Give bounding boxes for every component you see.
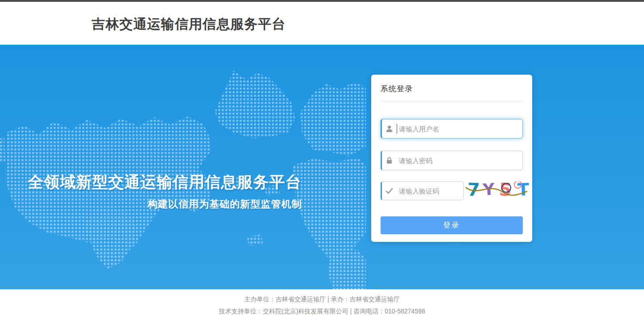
hero-banner: 全领域新型交通运输信用信息服务平台 构建以信用为基础的新型监管机制 系统登录 [0, 45, 644, 289]
site-title: 吉林交通运输信用信息服务平台 [92, 15, 286, 34]
page-footer: 主办单位：吉林省交通运输厅 | 承办：吉林省交通运输厅 技术支持单位：交科院(北… [0, 289, 644, 321]
footer-sponsor-line: 主办单位：吉林省交通运输厅 | 承办：吉林省交通运输厅 [0, 296, 644, 302]
username-input[interactable] [381, 119, 523, 139]
captcha-row: 7 Y 5 T [381, 182, 523, 201]
hero-title: 全领域新型交通运输信用信息服务平台 [28, 172, 301, 193]
login-card-divider [381, 101, 523, 101]
footer-support-line: 技术支持单位：交科院(北京)科技发展有限公司 | 咨询电话：010-582745… [0, 308, 644, 314]
captcha-noise-graphic [465, 182, 527, 202]
login-button[interactable]: 登录 [381, 216, 523, 234]
password-row [381, 151, 523, 170]
page-header: 吉林交通运输信用信息服务平台 [0, 2, 644, 45]
captcha-image[interactable]: 7 Y 5 T [467, 182, 525, 201]
password-input[interactable] [381, 151, 523, 170]
username-row [381, 119, 523, 139]
hero-subtitle: 构建以信用为基础的新型监管机制 [148, 198, 302, 211]
login-card-title: 系统登录 [381, 84, 523, 94]
login-card: 系统登录 [371, 75, 532, 242]
world-map-dots-graphic [0, 45, 367, 289]
text-caret [397, 124, 397, 134]
user-icon [386, 125, 393, 133]
check-icon [386, 187, 393, 195]
lock-icon [386, 157, 393, 165]
